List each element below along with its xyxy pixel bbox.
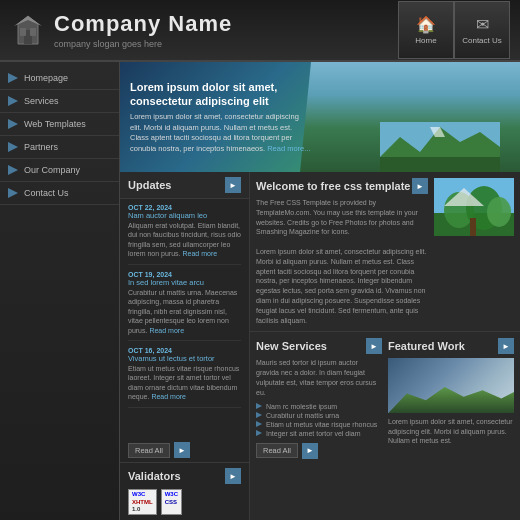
svg-rect-3 [20, 28, 26, 36]
update-item-2: OCT 19, 2024 In sed lorem vitae arcu Cur… [128, 271, 241, 341]
welcome-text: The Free CSS Template is provided by Tem… [256, 198, 428, 325]
updates-more-button[interactable]: ► [225, 177, 241, 193]
sidebar-label-services: Services [24, 96, 59, 106]
svg-point-13 [487, 197, 511, 227]
validator-badges: W3C XHTML 1.0 W3C CSS [128, 489, 241, 515]
sidebar-label-web-templates: Web Templates [24, 119, 86, 129]
banner-body: Lorem ipsum dolor sit amet, consectetur … [130, 112, 312, 154]
welcome-section: Welcome to free css template ► The Free … [250, 172, 520, 332]
services-read-all-button[interactable]: Read All [256, 443, 298, 458]
featured-mountain [388, 380, 514, 413]
sidebar-arrow-web-templates [8, 119, 18, 129]
new-services-title: New Services [256, 340, 327, 352]
svg-rect-4 [30, 28, 36, 36]
update-item-1: OCT 22, 2024 Nam auctor aliquam leo Aliq… [128, 204, 241, 265]
sidebar-label-contact-us: Contact Us [24, 188, 69, 198]
nav-buttons: 🏠 Home ✉ Contact Us [398, 1, 510, 59]
welcome-header: Welcome to free css template ► [256, 178, 428, 194]
read-all-arrow-button[interactable]: ► [174, 442, 190, 458]
home-icon: 🏠 [416, 15, 436, 34]
update-link-3[interactable]: Vivamus ut lectus et tortor [128, 354, 241, 363]
svg-rect-14 [470, 218, 476, 236]
validators-header: Validators ► [128, 468, 241, 484]
sidebar-item-services[interactable]: Services [0, 90, 119, 113]
sidebar-arrow-our-company [8, 165, 18, 175]
validators-title: Validators [128, 470, 181, 482]
sidebar-arrow-services [8, 96, 18, 106]
update-text-1: Aliquam erat volutpat. Etiam blandit, du… [128, 221, 241, 259]
lower-content: Updates ► OCT 22, 2024 Nam auctor aliqua… [120, 172, 520, 520]
update-link-2[interactable]: In sed lorem vitae arcu [128, 278, 241, 287]
nav-home[interactable]: 🏠 Home [398, 1, 454, 59]
read-all-row: Read All ► [120, 438, 249, 462]
content-area: Lorem ipsum dolor sit amet, consectetur … [120, 62, 520, 520]
updates-header: Updates ► [120, 172, 249, 199]
company-slogan: company slogan goes here [54, 39, 398, 49]
contact-icon: ✉ [476, 15, 489, 34]
new-services-more-button[interactable]: ► [366, 338, 382, 354]
left-column: Updates ► OCT 22, 2024 Nam auctor aliqua… [120, 172, 250, 520]
service-item-3: Etiam ut metus vitae risque rhoncus [256, 420, 382, 429]
welcome-image [434, 178, 514, 236]
sidebar-item-contact-us[interactable]: Contact Us [0, 182, 119, 205]
services-list: Nam rc molestie ipsum Curabitur ut matti… [256, 402, 382, 438]
update-date-1: OCT 22, 2024 [128, 204, 241, 211]
sidebar-arrow-homepage [8, 73, 18, 83]
featured-work-section: Featured Work ► Lorem ipsum dolor sit am… [388, 338, 514, 514]
updates-content: OCT 22, 2024 Nam auctor aliquam leo Aliq… [120, 199, 249, 438]
sidebar-item-our-company[interactable]: Our Company [0, 159, 119, 182]
sidebar-label-partners: Partners [24, 142, 58, 152]
main-layout: Homepage Services Web Templates Partners… [0, 62, 520, 520]
sidebar-item-web-templates[interactable]: Web Templates [0, 113, 119, 136]
new-services-section: New Services ► Mauris sed tortor id ipsu… [256, 338, 382, 514]
featured-text: Lorem ipsum dolor sit amet, consectetur … [388, 417, 514, 445]
banner-mountain-image [380, 122, 500, 172]
update-date-3: OCT 16, 2024 [128, 347, 241, 354]
banner-text: Lorem ipsum dolor sit amet, consectetur … [130, 80, 312, 155]
sidebar-item-partners[interactable]: Partners [0, 136, 119, 159]
sidebar-label-our-company: Our Company [24, 165, 80, 175]
update-readmore-3[interactable]: Read more [151, 393, 186, 400]
new-services-header: New Services ► [256, 338, 382, 354]
service-item-2: Curabitur ut mattis urna [256, 411, 382, 420]
welcome-image-svg [434, 178, 514, 236]
center-right-column: Welcome to free css template ► The Free … [250, 172, 520, 520]
validators-section: Validators ► W3C XHTML 1.0 W3C CSS [120, 462, 249, 520]
validator-badge-css: W3C CSS [161, 489, 182, 515]
update-link-1[interactable]: Nam auctor aliquam leo [128, 211, 241, 220]
logo-icon [10, 12, 46, 48]
featured-header: Featured Work ► [388, 338, 514, 354]
nav-contact[interactable]: ✉ Contact Us [454, 1, 510, 59]
read-all-button[interactable]: Read All [128, 443, 170, 458]
sidebar-arrow-partners [8, 142, 18, 152]
services-read-all-arrow[interactable]: ► [302, 443, 318, 459]
banner: Lorem ipsum dolor sit amet, consectetur … [120, 62, 520, 172]
welcome-more-button[interactable]: ► [412, 178, 428, 194]
service-item-4: Integer sit amet tortor vel diam [256, 429, 382, 438]
validators-more-button[interactable]: ► [225, 468, 241, 484]
svg-rect-8 [380, 157, 500, 172]
featured-image [388, 358, 514, 413]
updates-title: Updates [128, 179, 171, 191]
company-name: Company Name [54, 11, 398, 37]
nav-home-label: Home [415, 36, 436, 45]
sidebar: Homepage Services Web Templates Partners… [0, 62, 120, 520]
header: Company Name company slogan goes here 🏠 … [0, 0, 520, 62]
update-readmore-2[interactable]: Read more [149, 327, 184, 334]
banner-title: Lorem ipsum dolor sit amet, consectetur … [130, 80, 312, 109]
update-readmore-1[interactable]: Read more [182, 250, 217, 257]
sidebar-arrow-contact-us [8, 188, 18, 198]
update-date-2: OCT 19, 2024 [128, 271, 241, 278]
validator-badge-xhtml: W3C XHTML 1.0 [128, 489, 157, 515]
logo-text-block: Company Name company slogan goes here [54, 11, 398, 49]
welcome-title: Welcome to free css template [256, 180, 410, 192]
update-item-3: OCT 16, 2024 Vivamus ut lectus et tortor… [128, 347, 241, 408]
sidebar-label-homepage: Homepage [24, 73, 68, 83]
featured-more-button[interactable]: ► [498, 338, 514, 354]
welcome-left: Welcome to free css template ► The Free … [256, 178, 428, 325]
sidebar-item-homepage[interactable]: Homepage [0, 67, 119, 90]
banner-readmore-link[interactable]: Read more... [267, 144, 310, 153]
service-item-1: Nam rc molestie ipsum [256, 402, 382, 411]
bottom-row: New Services ► Mauris sed tortor id ipsu… [250, 332, 520, 520]
new-services-intro: Mauris sed tortor id ipsum auctor gravid… [256, 358, 382, 397]
